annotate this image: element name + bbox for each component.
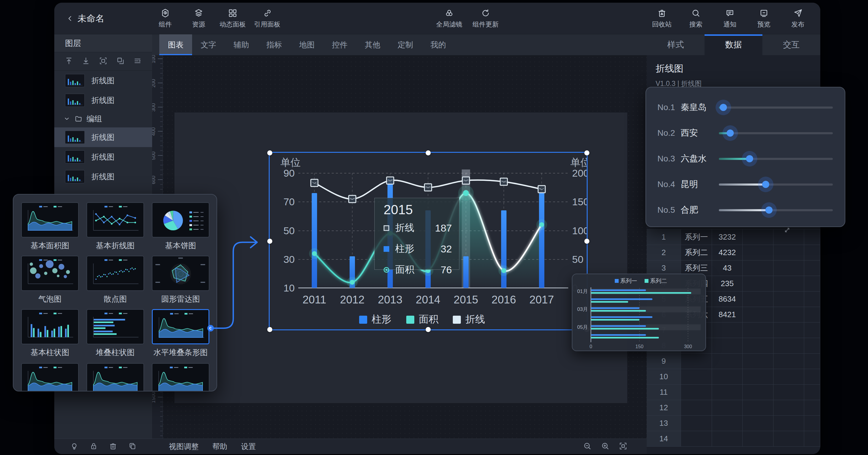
topbar-resource-button[interactable]: 资源 [186, 8, 211, 29]
table-cell-value[interactable]: 3232 [712, 230, 743, 245]
layer-group-row[interactable]: 编组 [54, 110, 152, 127]
mini-bar-chart-panel[interactable]: 系列一系列二01月03月05月0150300 [572, 274, 706, 351]
table-cell-empty[interactable] [743, 323, 773, 338]
category-tab-图表[interactable]: 图表 [159, 34, 192, 55]
table-cell-empty[interactable] [804, 276, 820, 292]
topbar-preview-button[interactable]: 预览 [751, 8, 776, 29]
sidebar-tool-layer-list[interactable] [133, 56, 142, 66]
bottom-tool-duplicate[interactable] [128, 442, 136, 451]
picker-item-partial[interactable] [87, 363, 144, 391]
table-cell-empty[interactable] [804, 245, 820, 261]
table-cell-empty[interactable] [773, 245, 804, 261]
layer-item[interactable]: 折线图 [54, 90, 152, 110]
sidebar-tool-send-back[interactable] [82, 56, 90, 66]
canvas-zoom-out[interactable] [583, 442, 592, 452]
slider-handle[interactable] [726, 129, 734, 136]
bottom-tool-delete[interactable] [109, 442, 117, 451]
sidebar-tool-group[interactable] [99, 56, 108, 66]
table-cell-value[interactable] [712, 323, 743, 338]
table-cell-empty[interactable] [804, 338, 820, 354]
table-cell-empty[interactable] [773, 385, 804, 400]
table-cell-series[interactable] [681, 369, 712, 385]
topbar-dynamic-panel-button[interactable]: 动态面板 [220, 8, 246, 29]
category-tab-指标[interactable]: 指标 [258, 34, 290, 55]
picker-thumbnail[interactable] [152, 309, 209, 344]
slider-handle[interactable] [762, 181, 769, 188]
back-icon[interactable] [66, 14, 74, 22]
selection-handle[interactable] [426, 327, 431, 332]
layer-item[interactable]: 折线图 [54, 71, 152, 90]
ranking-slider[interactable] [719, 132, 833, 134]
table-cell-empty[interactable] [804, 323, 820, 338]
picker-thumbnail[interactable] [21, 309, 79, 344]
table-cell-empty[interactable] [773, 400, 804, 416]
selection-handle[interactable] [267, 150, 272, 155]
table-cell-value[interactable] [712, 385, 743, 400]
table-cell-empty[interactable] [743, 261, 773, 276]
category-tab-辅助[interactable]: 辅助 [225, 34, 258, 55]
panel-tab-样式[interactable]: 样式 [647, 34, 705, 55]
table-cell-series[interactable] [681, 385, 712, 400]
table-cell-empty[interactable] [773, 261, 804, 276]
ranking-slider[interactable] [719, 158, 833, 160]
bottom-menu-帮助[interactable]: 帮助 [212, 442, 227, 451]
table-cell-empty[interactable] [773, 276, 804, 292]
table-cell-empty[interactable] [743, 292, 773, 307]
table-cell-series[interactable]: 系列一 [681, 230, 712, 245]
table-cell-empty[interactable] [743, 338, 773, 354]
bottom-menu-视图调整[interactable]: 视图调整 [169, 442, 199, 451]
selection-handle[interactable] [584, 150, 589, 155]
picker-thumbnail[interactable] [87, 256, 144, 291]
bottom-tool-idea[interactable] [70, 442, 79, 451]
table-cell-value[interactable]: 43 [712, 261, 743, 276]
table-cell-empty[interactable] [773, 354, 804, 369]
ranking-slider[interactable] [719, 209, 833, 211]
table-cell-empty[interactable] [804, 369, 820, 385]
category-tab-其他[interactable]: 其他 [356, 34, 389, 55]
topbar-component-button[interactable]: 组件 [153, 8, 178, 29]
picker-item-partial[interactable] [152, 363, 209, 391]
picker-item-基本柱状图[interactable]: 基本柱状图 [21, 309, 79, 358]
table-cell-empty[interactable] [743, 369, 773, 385]
topbar-component-update-button[interactable]: 组件更新 [472, 8, 499, 29]
table-cell-empty[interactable] [804, 261, 820, 276]
table-cell-empty[interactable] [743, 245, 773, 261]
selected-chart-component[interactable]: 单位9070503010单位20015010050020112012201320… [270, 153, 587, 329]
topbar-global-filter-button[interactable]: 全局滤镜 [436, 8, 462, 29]
sidebar-tool-ungroup[interactable] [116, 56, 125, 66]
picker-thumbnail[interactable] [87, 363, 144, 391]
table-cell-series[interactable] [681, 400, 712, 416]
picker-thumbnail[interactable] [21, 363, 79, 391]
picker-item-散点图[interactable]: 散点图 [87, 256, 144, 304]
table-cell-empty[interactable] [804, 416, 820, 431]
table-cell-value[interactable]: 8421 [712, 307, 743, 323]
table-cell-empty[interactable] [804, 400, 820, 416]
canvas-fit-screen[interactable] [619, 442, 628, 452]
slider-handle[interactable] [765, 207, 773, 214]
table-cell-empty[interactable] [804, 431, 820, 447]
topbar-search-button[interactable]: 搜索 [683, 8, 708, 29]
picker-item-partial[interactable] [21, 363, 79, 391]
table-cell-series[interactable]: 系列二 [681, 245, 712, 261]
table-cell-value[interactable]: 235 [712, 276, 743, 292]
picker-thumbnail[interactable] [21, 202, 79, 238]
table-cell-value[interactable] [712, 354, 743, 369]
table-cell-empty[interactable] [743, 276, 773, 292]
picker-thumbnail[interactable] [152, 202, 209, 238]
table-cell-empty[interactable] [743, 431, 773, 447]
picker-item-气泡图[interactable]: 气泡图 [21, 256, 79, 304]
picker-item-堆叠柱状图[interactable]: 堆叠柱状图 [87, 309, 144, 358]
layer-item[interactable]: 折线图 [54, 167, 152, 186]
sidebar-tool-bring-front[interactable] [64, 56, 73, 66]
picker-thumbnail[interactable] [152, 363, 209, 391]
category-tab-定制[interactable]: 定制 [389, 34, 422, 55]
table-cell-value[interactable] [712, 400, 743, 416]
bottom-tool-lock[interactable] [90, 442, 98, 451]
ranking-slider[interactable] [719, 183, 833, 186]
layer-item[interactable]: 折线图 [54, 147, 152, 167]
table-cell-value[interactable] [712, 338, 743, 354]
layer-item-selected[interactable]: 折线图 [54, 127, 152, 147]
table-cell-empty[interactable] [773, 431, 804, 447]
table-cell-empty[interactable] [804, 354, 820, 369]
selection-handle[interactable] [267, 239, 272, 244]
